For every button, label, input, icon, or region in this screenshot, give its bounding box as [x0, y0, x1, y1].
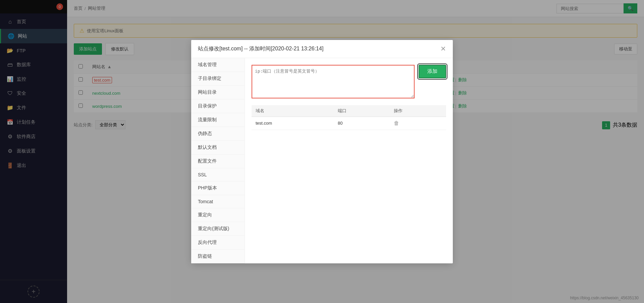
- modal-nav-defaultdoc[interactable]: 默认文档: [191, 141, 245, 155]
- modal-nav-configfile[interactable]: 配置文件: [191, 155, 245, 168]
- modal: 站点修改[test.com] -- 添加时间[2020-02-21 13:26:…: [191, 40, 453, 263]
- modal-nav-reverse-proxy[interactable]: 反向代理: [191, 236, 245, 250]
- domain-col-name: 域名: [252, 105, 334, 117]
- modal-overlay: 站点修改[test.com] -- 添加时间[2020-02-21 13:26:…: [0, 0, 644, 303]
- modal-header: 站点修改[test.com] -- 添加时间[2020-02-21 13:26:…: [191, 40, 453, 58]
- domain-input-area: 添加: [252, 65, 446, 98]
- modal-nav-pseudostatic[interactable]: 伪静态: [191, 127, 245, 141]
- modal-nav-dirprotect[interactable]: 目录保护: [191, 99, 245, 113]
- modal-nav-tomcat[interactable]: Tomcat: [191, 195, 245, 208]
- domain-name-cell: test.com: [252, 117, 334, 130]
- modal-nav-hotlink[interactable]: 防盗链: [191, 250, 245, 263]
- modal-nav-ratelimit[interactable]: 流量限制: [191, 113, 245, 127]
- domain-add-button[interactable]: 添加: [419, 65, 446, 78]
- domain-table: 域名 端口 操作 test.com 80 🗑: [252, 105, 446, 130]
- domain-col-action: 操作: [390, 105, 446, 117]
- domain-action-cell: 🗑: [390, 117, 446, 130]
- modal-nav-subdir[interactable]: 子目录绑定: [191, 72, 245, 86]
- domain-row: test.com 80 🗑: [252, 117, 446, 130]
- domain-textarea[interactable]: [252, 65, 415, 98]
- domain-port-cell: 80: [334, 117, 390, 130]
- modal-nav-webroot[interactable]: 网站目录: [191, 86, 245, 99]
- modal-nav-redirect-beta[interactable]: 重定向(测试版): [191, 222, 245, 236]
- modal-domain-content: 添加 域名 端口 操作 test.com 80: [245, 58, 453, 263]
- modal-nav-domain[interactable]: 域名管理: [191, 58, 245, 72]
- modal-nav-redirect[interactable]: 重定向: [191, 208, 245, 222]
- modal-title: 站点修改[test.com] -- 添加时间[2020-02-21 13:26:…: [198, 45, 323, 52]
- modal-nav-ssl[interactable]: SSL: [191, 168, 245, 181]
- domain-col-port: 端口: [334, 105, 390, 117]
- delete-domain-button[interactable]: 🗑: [394, 120, 399, 126]
- modal-nav-phpversion[interactable]: PHP版本: [191, 181, 245, 195]
- modal-close-button[interactable]: ✕: [440, 45, 446, 52]
- modal-body: 域名管理 子目录绑定 网站目录 目录保护 流量限制 伪静态 默认文档 配置文件 …: [191, 58, 453, 263]
- modal-nav: 域名管理 子目录绑定 网站目录 目录保护 流量限制 伪静态 默认文档 配置文件 …: [191, 58, 245, 263]
